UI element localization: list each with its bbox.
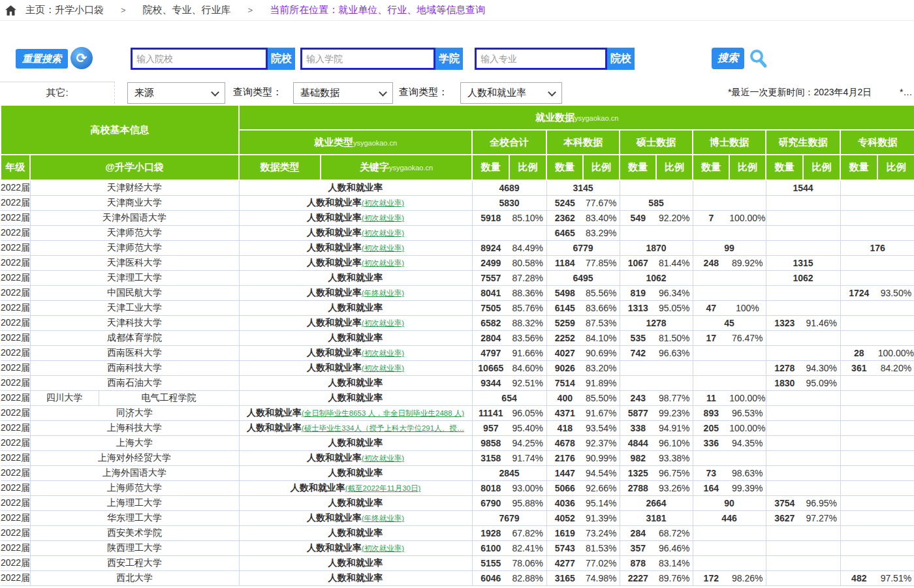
ratio-cell: 74.98%	[583, 571, 620, 586]
query-type2-select[interactable]: 人数和就业率	[460, 82, 562, 104]
faculty-search-input[interactable]	[300, 48, 435, 70]
count-cell: 6495	[546, 271, 620, 286]
other-label: 其它:	[46, 87, 68, 99]
keyword-text: 人数和就业率	[307, 212, 362, 223]
ratio-cell: 100.00%	[729, 421, 766, 436]
count-cell	[693, 376, 766, 391]
school-cell: 天津科技大学	[30, 316, 239, 331]
count-cell: 11141	[472, 406, 509, 421]
count-header: 数量	[840, 155, 877, 180]
table-row: 2022届西北大学人数和就业率604682.88%316574.98%22278…	[1, 571, 914, 586]
count-cell: 45	[693, 316, 766, 331]
count-cell: 1830	[766, 376, 803, 391]
count-cell	[766, 466, 840, 481]
ratio-cell: 76.47%	[729, 331, 766, 346]
grade-cell: 2022届	[1, 556, 30, 571]
keyword-text: 人数和就业率	[307, 317, 362, 328]
keyword-cell: 人数和就业率(初次就业率)	[239, 241, 472, 256]
count-cell: 47	[693, 301, 729, 316]
home-icon[interactable]	[5, 5, 16, 16]
keyword-cell: 人数和就业率(初次就业率)	[239, 196, 472, 211]
grade-cell: 2022届	[1, 331, 30, 346]
count-cell: 4027	[546, 346, 583, 361]
school-cell: 西安美术学院	[30, 526, 239, 541]
keyword-text: 人数和就业率	[328, 302, 383, 313]
breadcrumb-separator: >	[248, 5, 253, 15]
college-search-button[interactable]: 院校	[268, 48, 295, 70]
ratio-header: 比例	[877, 155, 914, 180]
table-row: 2022届四川大学电气工程学院人数和就业率65440085.50%24398.7…	[1, 391, 914, 406]
count-cell: 5259	[546, 316, 583, 331]
count-header: 数量	[546, 155, 583, 180]
count-cell: 172	[693, 571, 729, 586]
ratio-cell: 83.29%	[583, 226, 620, 241]
group-header-vocational: 专科数据	[840, 130, 914, 155]
count-cell: 3181	[620, 511, 693, 526]
refresh-icon[interactable]: ⟳	[71, 47, 93, 69]
count-cell: 1724	[840, 286, 877, 301]
count-cell: 1184	[546, 256, 583, 271]
keyword-text: 人数和就业率	[328, 182, 383, 193]
count-cell: 8041	[472, 286, 509, 301]
count-cell: 336	[693, 436, 729, 451]
count-cell	[766, 346, 840, 361]
keyword-cell: 人数和就业率(年终就业率)	[239, 511, 472, 526]
count-cell: 6779	[546, 241, 620, 256]
keyword-text: 人数和就业率	[328, 332, 383, 343]
count-cell: 2664	[620, 496, 693, 511]
count-cell: 5743	[546, 541, 583, 556]
query-type-select[interactable]: 基础数据	[293, 82, 393, 104]
count-cell: 357	[620, 541, 656, 556]
count-cell: 164	[693, 481, 729, 496]
ratio-cell: 67.82%	[509, 526, 546, 541]
count-cell	[766, 526, 840, 541]
search-button[interactable]: 搜索	[712, 48, 744, 69]
count-cell: 9858	[472, 436, 509, 451]
ratio-cell: 68.72%	[656, 526, 693, 541]
college-search-group: 院校	[131, 48, 295, 70]
count-cell: 2362	[546, 211, 583, 226]
ratio-cell: 88.36%	[509, 286, 546, 301]
table-row: 2022届上海对外经贸大学人数和就业率(初次就业率)315891.74%2176…	[1, 451, 914, 466]
search-icon[interactable]	[748, 48, 769, 72]
keyword-text: 人数和就业率	[291, 482, 345, 493]
count-header: 数量	[620, 155, 656, 180]
count-cell: 957	[472, 421, 509, 436]
table-row: 2022届天津理工大学人数和就业率755787.28%649510621062	[1, 271, 914, 286]
ratio-cell: 95.88%	[509, 496, 546, 511]
count-cell: 585	[620, 196, 693, 211]
school-cell: 天津理工大学	[30, 271, 239, 286]
table-row: 2022届天津外国语大学人数和就业率(初次就业率)591885.10%23628…	[1, 211, 914, 226]
watermark: ysygaokao.cn	[575, 114, 618, 122]
source-select[interactable]: 来源	[127, 82, 225, 104]
school-department-cell: 电气工程学院	[99, 391, 239, 406]
reset-search-button[interactable]: 重置搜索	[16, 49, 68, 69]
major-search-button[interactable]: 院校	[607, 48, 635, 70]
count-cell: 4371	[546, 406, 583, 421]
major-search-input[interactable]	[475, 48, 607, 70]
ratio-cell: 85.10%	[509, 211, 546, 226]
grade-cell: 2022届	[1, 481, 30, 496]
ratio-cell: 83.20%	[583, 361, 620, 376]
count-cell: 893	[693, 406, 729, 421]
source-select-value: 来源	[134, 87, 154, 99]
count-cell: 8018	[472, 481, 509, 496]
ratio-cell: 96.95%	[803, 496, 840, 511]
query-type2-label: 查询类型：	[399, 86, 448, 99]
school-cell: 西北大学	[30, 571, 239, 586]
college-search-input[interactable]	[131, 48, 268, 70]
ratio-cell: 84.60%	[509, 361, 546, 376]
ratio-cell: 90.99%	[583, 451, 620, 466]
faculty-search-button[interactable]: 学院	[435, 48, 463, 70]
count-cell: 4797	[472, 346, 509, 361]
breadcrumb-home-link[interactable]: 主页：升学小口袋	[25, 4, 104, 16]
breadcrumb-library-link[interactable]: 院校、专业、行业库	[143, 4, 231, 16]
keyword-cell: 人数和就业率	[239, 466, 472, 481]
query-type-label: 查询类型：	[233, 86, 282, 99]
ratio-cell: 93.38%	[656, 451, 693, 466]
keyword-note: (年终就业率)	[362, 514, 404, 522]
count-cell: 4844	[620, 436, 656, 451]
ratio-cell: 93.54%	[583, 421, 620, 436]
keyword-cell: 人数和就业率	[239, 571, 472, 586]
ratio-cell: 81.53%	[583, 541, 620, 556]
